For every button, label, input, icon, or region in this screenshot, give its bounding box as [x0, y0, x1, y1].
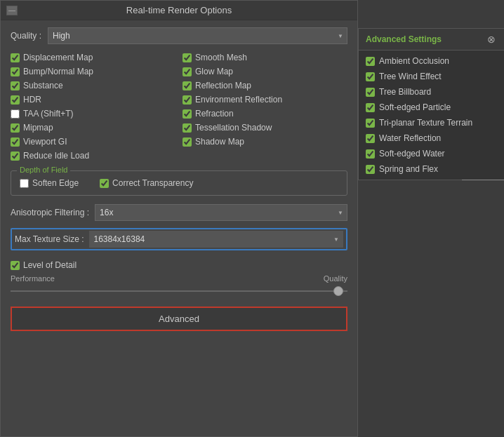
title-bar: — Real-time Render Options [1, 1, 357, 20]
dof-row: Soften Edge Correct Transparency [20, 178, 338, 188]
adv-item-wind[interactable]: Tree Wind Effect [366, 72, 498, 81]
adv-cb-billboard[interactable] [366, 88, 375, 97]
quality-label: Quality [324, 274, 347, 283]
minimize-button[interactable]: — [6, 6, 18, 15]
cb-displacement-input[interactable] [11, 53, 20, 62]
cb-tessellation-input[interactable] [183, 123, 192, 133]
advanced-settings-title: Advanced Settings [366, 34, 442, 44]
adv-item-softwater[interactable]: Soft-edged Water [366, 149, 498, 159]
cb-viewport-label: Viewport GI [23, 137, 67, 147]
advanced-settings-close-button[interactable]: ⊗ [485, 33, 498, 46]
cb-lod-label: Level of Detail [23, 260, 77, 270]
cb-bump-label: Bump/Normal Map [23, 67, 93, 76]
cb-glow-label: Glow Map [195, 67, 233, 76]
quality-select[interactable]: High Low Medium Ultra [48, 27, 347, 44]
cb-soften-edge-input[interactable] [20, 179, 29, 188]
adv-item-spring[interactable]: Spring and Flex [366, 164, 498, 174]
quality-select-wrapper: High Low Medium Ultra [48, 27, 347, 44]
checkbox-hdr[interactable]: HDR [11, 95, 175, 105]
cb-smooth-mesh-input[interactable] [183, 53, 192, 62]
checkbox-soften-edge[interactable]: Soften Edge [20, 178, 79, 188]
cb-reduce-input[interactable] [11, 152, 20, 161]
adv-cb-spring[interactable] [366, 165, 375, 174]
connector-bottom [462, 180, 504, 180]
cb-shadow-input[interactable] [183, 137, 192, 147]
cb-displacement-label: Displacement Map [23, 53, 93, 62]
checkbox-reduce[interactable]: Reduce Idle Load [11, 151, 175, 161]
checkboxes-grid: Displacement Map Smooth Mesh Bump/Normal… [11, 53, 347, 161]
content-area: Quality : High Low Medium Ultra Displace… [1, 20, 357, 436]
adv-cb-particle[interactable] [366, 103, 375, 112]
quality-row: Quality : High Low Medium Ultra [11, 27, 347, 44]
adv-cb-wind[interactable] [366, 72, 375, 81]
adv-item-particle[interactable]: Soft-edged Particle [366, 102, 498, 112]
cb-environment-label: Environment Reflection [195, 95, 282, 105]
dof-title: Depth of Field [17, 166, 70, 174]
cb-refraction-label: Refraction [195, 109, 234, 119]
checkbox-shadow[interactable]: Shadow Map [183, 137, 347, 147]
cb-reflection-map-input[interactable] [183, 81, 192, 90]
adv-label-ao: Ambient Occlusion [379, 56, 449, 66]
checkbox-tessellation[interactable]: Tessellation Shadow [183, 123, 347, 133]
cb-lod-input[interactable] [11, 261, 20, 270]
adv-label-terrain: Tri-planar Texture Terrain [379, 118, 472, 128]
adv-item-billboard[interactable]: Tree Billboard [366, 87, 498, 97]
cb-taa-label: TAA (Shift+T) [23, 109, 73, 119]
adv-item-water[interactable]: Water Reflection [366, 133, 498, 143]
cb-environment-input[interactable] [183, 95, 192, 105]
cb-mipmap-input[interactable] [11, 123, 20, 133]
cb-substance-label: Substance [23, 81, 63, 90]
checkbox-taa[interactable]: TAA (Shift+T) [11, 109, 175, 119]
cb-refraction-input[interactable] [183, 109, 192, 119]
cb-mipmap-label: Mipmap [23, 123, 53, 133]
checkbox-correct-transparency[interactable]: Correct Transparency [100, 178, 193, 188]
anisotropic-row: Anisotropic Filtering : 16x Off 2x 4x 8x [11, 204, 347, 221]
cb-glow-input[interactable] [183, 67, 192, 76]
lod-slider-container [11, 285, 347, 297]
texture-select-wrapper: 16384x16384 512x512 1024x1024 2048x2048 … [89, 231, 343, 248]
checkbox-bump[interactable]: Bump/Normal Map [11, 67, 175, 76]
checkbox-glow[interactable]: Glow Map [183, 67, 347, 76]
cb-substance-input[interactable] [11, 81, 20, 90]
checkbox-lod[interactable]: Level of Detail [11, 260, 347, 270]
checkbox-refraction[interactable]: Refraction [183, 109, 347, 119]
adv-cb-terrain[interactable] [366, 119, 375, 128]
adv-label-water: Water Reflection [379, 133, 441, 143]
adv-cb-softwater[interactable] [366, 149, 375, 159]
dof-group: Depth of Field Soften Edge Correct Trans… [11, 170, 347, 196]
texture-label: Max Texture Size : [15, 234, 84, 244]
texture-row: Max Texture Size : 16384x16384 512x512 1… [11, 228, 347, 250]
adv-label-billboard: Tree Billboard [379, 87, 431, 97]
checkbox-displacement[interactable]: Displacement Map [11, 53, 175, 62]
adv-label-wind: Tree Wind Effect [379, 72, 442, 81]
cb-hdr-input[interactable] [11, 95, 20, 105]
cb-correct-transparency-input[interactable] [100, 179, 109, 188]
cb-correct-transparency-label: Correct Transparency [112, 178, 193, 188]
lod-section: Level of Detail Performance Quality [11, 260, 347, 297]
slider-thumb[interactable] [333, 286, 343, 296]
advanced-button[interactable]: Advanced [11, 307, 347, 331]
cb-bump-input[interactable] [11, 67, 20, 76]
cb-hdr-label: HDR [23, 95, 41, 105]
checkbox-substance[interactable]: Substance [11, 81, 175, 90]
checkbox-reflection-map[interactable]: Reflection Map [183, 81, 347, 90]
anisotropic-label: Anisotropic Filtering : [11, 208, 89, 217]
cb-tessellation-label: Tessellation Shadow [195, 123, 272, 133]
slider-labels: Performance Quality [11, 274, 347, 283]
checkbox-mipmap[interactable]: Mipmap [11, 123, 175, 133]
advanced-settings-header: Advanced Settings ⊗ [359, 29, 504, 51]
checkbox-viewport[interactable]: Viewport GI [11, 137, 175, 147]
adv-item-ao[interactable]: Ambient Occlusion [366, 56, 498, 66]
checkbox-environment[interactable]: Environment Reflection [183, 95, 347, 105]
cb-viewport-input[interactable] [11, 137, 20, 147]
cb-smooth-mesh-label: Smooth Mesh [195, 53, 247, 62]
texture-select[interactable]: 16384x16384 512x512 1024x1024 2048x2048 … [89, 231, 343, 248]
adv-cb-water[interactable] [366, 134, 375, 143]
adv-cb-ao[interactable] [366, 57, 375, 66]
checkbox-smooth-mesh[interactable]: Smooth Mesh [183, 53, 347, 62]
adv-item-terrain[interactable]: Tri-planar Texture Terrain [366, 118, 498, 128]
adv-label-softwater: Soft-edged Water [379, 149, 445, 159]
anisotropic-select[interactable]: 16x Off 2x 4x 8x [95, 204, 347, 221]
cb-taa-input[interactable] [11, 109, 20, 119]
anisotropic-select-wrapper: 16x Off 2x 4x 8x [95, 204, 347, 221]
